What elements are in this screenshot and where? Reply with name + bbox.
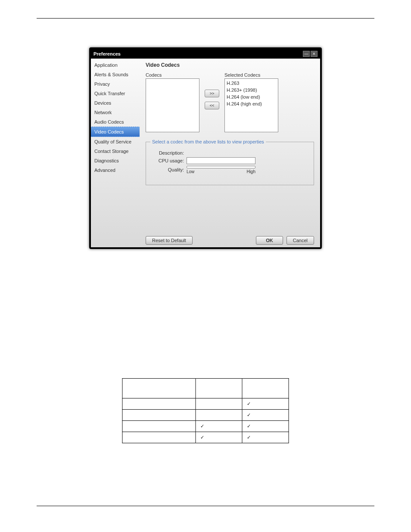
cell: ✓	[242, 410, 289, 421]
description-label: Description:	[150, 150, 184, 156]
codec-properties-group: Select a codec from the above lists to v…	[146, 139, 314, 185]
codec-name	[122, 410, 196, 421]
sidebar-item-devices[interactable]: Devices	[91, 98, 140, 108]
table-row: ✓	[122, 398, 289, 410]
list-item[interactable]: H.263+ (1998)	[227, 87, 276, 93]
reset-to-default-button[interactable]: Reset to Default	[146, 236, 193, 245]
selected-codecs-list[interactable]: H.263 H.263+ (1998) H.264 (low end) H.26…	[224, 78, 278, 132]
sidebar-item-qos[interactable]: Quality of Service	[91, 137, 140, 146]
footer-rule	[37, 506, 374, 506]
table-header	[196, 379, 242, 398]
sidebar-item-advanced[interactable]: Advanced	[91, 165, 140, 175]
sidebar-item-alerts-sounds[interactable]: Alerts & Sounds	[91, 70, 140, 79]
quality-low-label: Low	[187, 169, 194, 174]
table-row: ✓ ✓	[122, 432, 289, 443]
cpu-usage-label: CPU usage:	[150, 158, 184, 163]
move-right-button[interactable]: >>	[205, 90, 219, 97]
titlebar: Preferences — ✕	[91, 49, 320, 59]
cancel-button[interactable]: Cancel	[286, 236, 314, 245]
properties-legend: Select a codec from the above lists to v…	[150, 139, 266, 144]
header-rule	[37, 18, 374, 19]
cell: ✓	[242, 398, 289, 410]
sidebar-item-privacy[interactable]: Privacy	[91, 79, 140, 89]
sidebar-item-contact-storage[interactable]: Contact Storage	[91, 146, 140, 156]
sidebar: Application Alerts & Sounds Privacy Quic…	[91, 59, 140, 247]
sidebar-item-network[interactable]: Network	[91, 108, 140, 117]
sidebar-item-application[interactable]: Application	[91, 60, 140, 70]
cell: ✓	[242, 421, 289, 432]
panel-heading: Video Codecs	[146, 62, 314, 68]
sidebar-item-quick-transfer[interactable]: Quick Transfer	[91, 89, 140, 98]
preferences-dialog: Preferences — ✕ Application Alerts & Sou…	[89, 47, 322, 249]
list-item[interactable]: H.264 (high end)	[227, 100, 276, 107]
main-panel: Video Codecs Codecs >> << Selected Codec…	[140, 59, 320, 247]
cpu-usage-field	[187, 157, 255, 164]
minimize-button[interactable]: —	[303, 51, 310, 57]
list-item[interactable]: H.263	[227, 80, 276, 87]
selected-codecs-label: Selected Codecs	[224, 72, 278, 78]
quality-label: Quality:	[150, 167, 184, 172]
ok-button[interactable]: OK	[256, 236, 283, 245]
window-title: Preferences	[93, 51, 121, 56]
codecs-label: Codecs	[146, 72, 199, 78]
table-row: ✓ ✓	[122, 421, 289, 432]
table-header	[242, 379, 289, 398]
cell: ✓	[242, 432, 289, 443]
table-row: ✓	[122, 410, 289, 421]
sidebar-item-diagnostics[interactable]: Diagnostics	[91, 156, 140, 165]
sidebar-item-audio-codecs[interactable]: Audio Codecs	[91, 117, 140, 127]
cell: ✓	[196, 421, 242, 432]
list-item[interactable]: H.264 (low end)	[227, 93, 276, 100]
cell	[196, 398, 242, 410]
cell: ✓	[196, 432, 242, 443]
codec-name	[122, 432, 196, 443]
move-left-button[interactable]: <<	[205, 102, 219, 109]
table-header	[122, 379, 196, 398]
sidebar-item-video-codecs[interactable]: Video Codecs	[91, 127, 140, 137]
cell	[196, 410, 242, 421]
quality-slider[interactable]	[187, 166, 255, 168]
codec-name	[122, 398, 196, 410]
codec-name	[122, 421, 196, 432]
quality-high-label: High	[246, 169, 255, 174]
codec-support-table: ✓ ✓ ✓ ✓ ✓ ✓	[122, 378, 289, 443]
close-button[interactable]: ✕	[311, 51, 318, 57]
available-codecs-list[interactable]	[146, 78, 199, 132]
